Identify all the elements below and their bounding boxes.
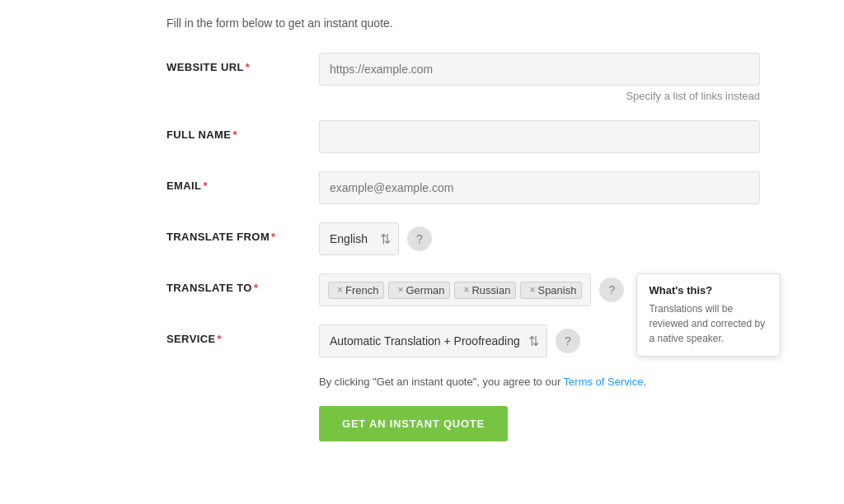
tag-french: × French: [328, 282, 384, 299]
website-url-input[interactable]: [319, 53, 760, 86]
email-row: EMAIL*: [166, 171, 760, 204]
page-container: Fill in the form below to get an instant…: [51, 0, 793, 474]
terms-link[interactable]: Terms of Service: [564, 376, 644, 388]
terms-period: .: [643, 376, 646, 388]
translate-to-tags-container[interactable]: × French × German × Russian × Spanish: [319, 273, 591, 306]
service-select-wrapper: Automatic Translation + Proofreading Hum…: [319, 324, 547, 357]
tag-russian: × Russian: [454, 282, 516, 299]
full-name-field-wrapper: [319, 120, 760, 153]
service-field-area: Automatic Translation + Proofreading Hum…: [319, 324, 580, 357]
tag-german-label: German: [406, 284, 445, 296]
translate-from-help-button[interactable]: ?: [407, 226, 432, 251]
translate-from-select-wrapper: English Spanish French German Russian ⇅: [319, 222, 399, 255]
translate-to-help-button[interactable]: ?: [599, 278, 624, 302]
required-star-2: *: [232, 128, 237, 141]
tag-german-remove[interactable]: ×: [397, 284, 403, 296]
translate-to-row: TRANSLATE TO* × French × German × Russia…: [166, 273, 760, 306]
intro-text: Fill in the form below to get an instant…: [166, 16, 760, 30]
full-name-input[interactable]: [319, 120, 760, 153]
translate-from-row: TRANSLATE FROM* English Spanish French G…: [166, 222, 760, 255]
required-star-3: *: [203, 180, 207, 192]
service-select[interactable]: Automatic Translation + Proofreading Hum…: [319, 324, 547, 357]
translate-from-help-icon: ?: [416, 232, 423, 245]
translate-from-field-area: English Spanish French German Russian ⇅ …: [319, 222, 432, 255]
required-star-6: *: [218, 333, 222, 345]
tag-spanish-remove[interactable]: ×: [529, 284, 535, 296]
tag-spanish-label: Spanish: [537, 284, 576, 296]
translate-to-field-wrapper: × French × German × Russian × Spanish: [319, 273, 591, 306]
tooltip-title: What's this?: [649, 284, 768, 296]
terms-row: By clicking "Get an instant quote", you …: [166, 376, 760, 388]
full-name-label: FULL NAME*: [166, 120, 319, 141]
required-star: *: [246, 61, 250, 73]
tag-russian-label: Russian: [471, 284, 510, 296]
translate-from-label: TRANSLATE FROM*: [166, 222, 319, 243]
translate-from-select[interactable]: English Spanish French German Russian: [319, 222, 399, 255]
translate-to-field-area: × French × German × Russian × Spanish: [319, 273, 624, 306]
tag-spanish: × Spanish: [520, 282, 582, 299]
tooltip-text: Translations will be reviewed and correc…: [649, 301, 768, 346]
website-url-field-wrapper: Specify a list of links instead: [319, 53, 760, 102]
required-star-5: *: [254, 282, 258, 294]
website-url-row: WEBSITE URL* Specify a list of links ins…: [166, 53, 760, 102]
full-name-row: FULL NAME*: [166, 120, 760, 153]
tag-french-remove[interactable]: ×: [337, 284, 343, 296]
email-field-wrapper: [319, 171, 760, 204]
email-label: EMAIL*: [166, 171, 319, 192]
tag-french-label: French: [345, 284, 378, 296]
translate-from-field-wrapper: English Spanish French German Russian ⇅: [319, 222, 399, 255]
specify-link-row: Specify a list of links instead: [319, 89, 760, 102]
service-help-button[interactable]: ?: [556, 329, 580, 353]
translate-to-label: TRANSLATE TO*: [166, 273, 319, 294]
tag-russian-remove[interactable]: ×: [463, 284, 469, 296]
service-field-wrapper: Automatic Translation + Proofreading Hum…: [319, 324, 547, 357]
service-label: SERVICE*: [166, 324, 319, 345]
required-star-4: *: [271, 231, 275, 243]
tag-german: × German: [388, 282, 450, 299]
email-input[interactable]: [319, 171, 760, 204]
service-help-icon: ?: [565, 334, 571, 348]
specify-links-link[interactable]: Specify a list of links instead: [626, 90, 760, 102]
submit-button[interactable]: GET AN INSTANT QUOTE: [319, 406, 508, 441]
translate-to-help-icon: ?: [609, 283, 616, 296]
terms-text: By clicking "Get an instant quote", you …: [319, 376, 564, 388]
website-url-label: WEBSITE URL*: [166, 53, 319, 73]
translate-to-tooltip: What's this? Translations will be review…: [636, 273, 781, 357]
